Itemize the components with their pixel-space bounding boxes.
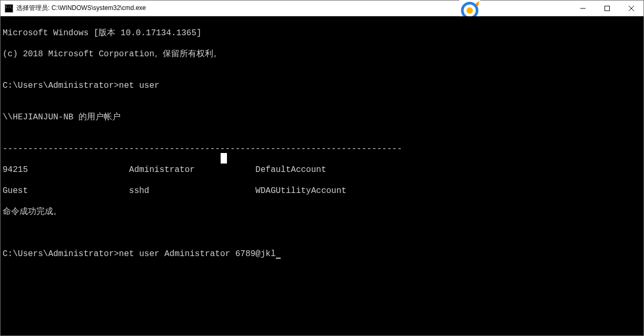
prompt-path: C:\Users\Administrator> [3, 249, 119, 259]
typed-command: net user Administrator 6789@jkl [119, 249, 276, 259]
window-controls [571, 1, 643, 16]
cmd-icon [5, 4, 13, 13]
console-prompt: C:\Users\Administrator>net user [3, 80, 641, 91]
console-line: Microsoft Windows [版本 10.0.17134.1365] [3, 28, 641, 38]
console-status: 命令成功完成。 [3, 207, 641, 217]
window-title: 选择管理员: C:\WINDOWS\system32\cmd.exe [16, 4, 571, 13]
close-button[interactable] [619, 1, 643, 16]
cmd-window: 选择管理员: C:\WINDOWS\system32\cmd.exe Micro… [0, 0, 644, 336]
svg-point-2 [467, 7, 473, 14]
minimize-button[interactable] [571, 1, 595, 16]
console-divider: ----------------------------------------… [3, 144, 641, 154]
console-line: \\HEJIANJUN-NB 的用户帐户 [3, 112, 641, 123]
text-cursor-icon [276, 250, 281, 259]
console-row: Guest sshd WDAGUtilityAccount [3, 186, 641, 196]
console-prompt: C:\Users\Administrator>net user Administ… [3, 249, 641, 259]
svg-rect-4 [605, 6, 610, 11]
console-row: 94215 Administrator DefaultAccount [3, 165, 641, 175]
selection-cursor-icon [221, 153, 227, 164]
console-line: (c) 2018 Microsoft Corporation。保留所有权利。 [3, 49, 641, 59]
titlebar[interactable]: 选择管理员: C:\WINDOWS\system32\cmd.exe [1, 1, 643, 16]
maximize-button[interactable] [595, 1, 619, 16]
console-area[interactable]: Microsoft Windows [版本 10.0.17134.1365] (… [1, 16, 643, 335]
